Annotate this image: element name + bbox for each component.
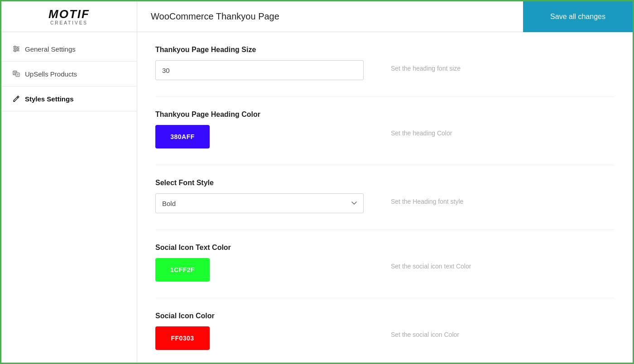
divider-3 <box>155 230 615 230</box>
sidebar-item-general-settings[interactable]: General Settings <box>1 37 137 62</box>
heading-color-button[interactable]: 380AFF <box>155 125 210 148</box>
svg-point-5 <box>14 50 16 52</box>
social-icon-text-color-input-area: 1CFF2F <box>155 258 364 282</box>
social-icon-text-color-button[interactable]: 1CFF2F <box>155 258 210 282</box>
section-heading-color: Thankyou Page Heading Color 380AFF Set t… <box>155 110 615 148</box>
logo: MOTIF CREATIVES <box>48 8 90 26</box>
header-title-area: WooCommerce Thankyou Page <box>137 11 523 22</box>
social-icon-color-label: Social Icon Color <box>155 312 615 320</box>
heading-size-input-area <box>155 60 364 80</box>
tag-icon <box>12 70 20 78</box>
page-title: WooCommerce Thankyou Page <box>151 11 279 21</box>
logo-area: MOTIF CREATIVES <box>1 1 137 32</box>
social-icon-color-help: Set the social icon Color <box>391 326 615 338</box>
font-style-input-area: Normal Bold Italic Bold Italic <box>155 193 364 213</box>
divider-1 <box>155 96 615 97</box>
font-style-select[interactable]: Normal Bold Italic Bold Italic <box>155 193 364 213</box>
svg-point-3 <box>14 46 16 48</box>
svg-rect-9 <box>16 73 19 77</box>
section-heading-size: Thankyou Page Heading Size Set the headi… <box>155 46 615 80</box>
sidebar-item-general-settings-label: General Settings <box>25 45 76 53</box>
heading-size-input[interactable] <box>155 60 364 80</box>
sidebar: General Settings UpSells Products <box>1 32 137 363</box>
divider-2 <box>155 165 615 165</box>
main-layout: General Settings UpSells Products <box>1 32 633 363</box>
pen-icon <box>12 95 20 103</box>
sidebar-item-styles-settings-label: Styles Settings <box>25 95 74 103</box>
section-social-icon-color: Social Icon Color FF0303 Set the social … <box>155 312 615 350</box>
social-icon-text-color-help: Set the social icon text Color <box>391 258 615 270</box>
sliders-icon <box>12 45 20 53</box>
heading-color-input-area: 380AFF <box>155 125 364 148</box>
font-style-help: Set the Heading font style <box>391 193 615 205</box>
social-icon-color-input-area: FF0303 <box>155 326 364 350</box>
heading-color-help: Set the heading Color <box>391 125 615 137</box>
main-content: Thankyou Page Heading Size Set the headi… <box>137 32 633 363</box>
heading-size-help: Set the heading font size <box>391 60 615 72</box>
social-icon-text-color-label: Social Icon Text Color <box>155 244 615 252</box>
sidebar-item-upsells-products-label: UpSells Products <box>25 70 77 78</box>
section-social-icon-text-color: Social Icon Text Color 1CFF2F Set the so… <box>155 244 615 282</box>
heading-size-row: Set the heading font size <box>155 60 615 80</box>
heading-size-label: Thankyou Page Heading Size <box>155 46 615 54</box>
sidebar-item-upsells-products[interactable]: UpSells Products <box>1 62 137 86</box>
social-icon-color-button[interactable]: FF0303 <box>155 326 210 350</box>
social-icon-color-row: FF0303 Set the social icon Color <box>155 326 615 350</box>
social-icon-text-color-row: 1CFF2F Set the social icon text Color <box>155 258 615 282</box>
sidebar-item-styles-settings[interactable]: Styles Settings <box>1 86 137 111</box>
section-font-style: Select Font Style Normal Bold Italic Bol… <box>155 179 615 213</box>
logo-motif: MOTIF <box>48 8 90 21</box>
save-all-changes-button[interactable]: Save all changes <box>523 1 633 32</box>
heading-color-row: 380AFF Set the heading Color <box>155 125 615 148</box>
font-style-row: Normal Bold Italic Bold Italic Set the H… <box>155 193 615 213</box>
logo-creatives: CREATIVES <box>48 20 90 25</box>
font-style-label: Select Font Style <box>155 179 615 187</box>
svg-point-4 <box>17 48 19 50</box>
app-header: MOTIF CREATIVES WooCommerce Thankyou Pag… <box>1 1 633 32</box>
divider-4 <box>155 298 615 298</box>
heading-color-label: Thankyou Page Heading Color <box>155 110 615 119</box>
